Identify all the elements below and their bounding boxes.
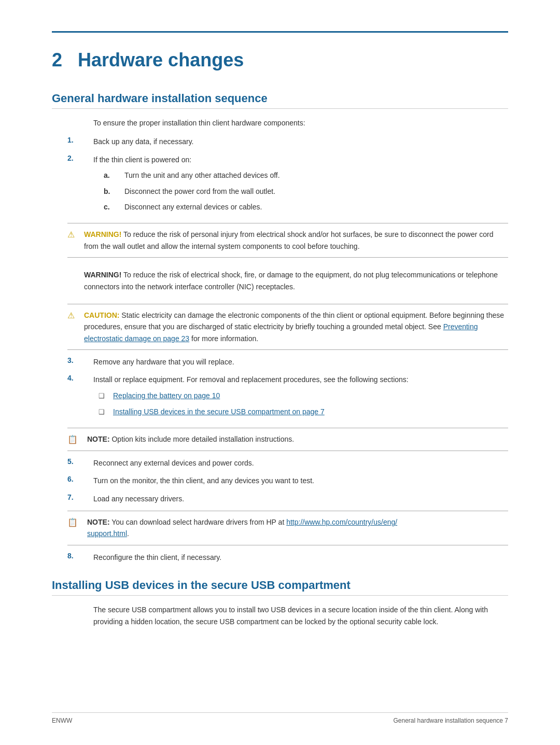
substep-b-text: Disconnect the power cord from the wall …	[124, 186, 508, 197]
step-3: 3. Remove any hardware that you will rep…	[52, 356, 508, 368]
step-list-2: 3. Remove any hardware that you will rep…	[52, 356, 508, 421]
step-2-number: 2.	[67, 154, 93, 162]
checkbox-item-2: ❑ Installing USB devices in the secure U…	[99, 406, 508, 418]
step-5: 5. Reconnect any external devices and po…	[52, 457, 508, 469]
step-4-number: 4.	[67, 374, 93, 382]
step-4: 4. Install or replace equipment. For rem…	[52, 374, 508, 421]
note-icon-1: 📋	[67, 434, 83, 444]
step-4-text: Install or replace equipment. For remova…	[93, 375, 409, 384]
step-6-number: 6.	[67, 475, 93, 483]
step-2-content: If the thin client is powered on: a. Tur…	[93, 154, 508, 217]
warning-1-content: WARNING! To reduce the risk of personal …	[84, 229, 508, 252]
note-2-content: NOTE: You can download select hardware d…	[87, 516, 508, 540]
checkbox-item-1: ❑ Replacing the battery on page 10	[99, 390, 508, 402]
step-7-number: 7.	[67, 493, 93, 501]
warning-2-content: WARNING! To reduce the risk of electrica…	[84, 269, 508, 292]
checkbox-2-link[interactable]: Installing USB devices in the secure USB…	[113, 407, 325, 416]
warning-1-label: WARNING!	[84, 230, 121, 238]
substep-list: a. Turn the unit and any other attached …	[93, 170, 508, 213]
caution-1-text-before: Static electricity can damage the electr…	[84, 311, 504, 331]
chapter-number: 2	[52, 49, 62, 71]
step-list-4: 8. Reconfigure the thin client, if neces…	[52, 552, 508, 563]
step-6: 6. Turn on the monitor, the thin client,…	[52, 475, 508, 486]
checkbox-icon-1: ❑	[99, 391, 113, 402]
warning-box-2: WARNING! To reduce the risk of electrica…	[67, 264, 508, 298]
chapter-title-text: Hardware changes	[78, 49, 244, 71]
step-7: 7. Load any necessary drivers.	[52, 493, 508, 504]
step-1-number: 1.	[67, 136, 93, 144]
substep-b: b. Disconnect the power cord from the wa…	[93, 186, 508, 197]
caution-triangle-icon: ⚠	[67, 311, 80, 320]
step-list-3: 5. Reconnect any external devices and po…	[52, 457, 508, 504]
page-footer: ENWW General hardware installation seque…	[52, 712, 508, 724]
warning-1-text: To reduce the risk of personal injury fr…	[84, 230, 494, 250]
step-1-text: Back up any data, if necessary.	[93, 136, 508, 147]
note-box-1: 📋 NOTE: Option kits include more detaile…	[67, 428, 508, 451]
step-8-number: 8.	[67, 552, 93, 560]
step-3-number: 3.	[67, 356, 93, 364]
substep-a-text: Turn the unit and any other attached dev…	[124, 170, 508, 181]
substep-a-letter: a.	[104, 170, 124, 181]
caution-1-content: CAUTION: Static electricity can damage t…	[84, 310, 508, 344]
note-icon-2: 📋	[67, 517, 83, 527]
substep-b-letter: b.	[104, 186, 124, 197]
step-5-number: 5.	[67, 457, 93, 466]
substep-c: c. Disconnect any external devices or ca…	[93, 201, 508, 213]
section-general-hardware-title: General hardware installation sequence	[52, 92, 508, 109]
note-2-text-after: .	[127, 529, 129, 538]
step-5-text: Reconnect any external devices and power…	[93, 457, 508, 469]
step-8: 8. Reconfigure the thin client, if neces…	[52, 552, 508, 563]
chapter-title: 2 Hardware changes	[52, 49, 508, 71]
checkbox-2-content: Installing USB devices in the secure USB…	[113, 406, 508, 417]
checkbox-1-content: Replacing the battery on page 10	[113, 390, 508, 401]
caution-1-label: CAUTION:	[84, 311, 119, 319]
substep-a: a. Turn the unit and any other attached …	[93, 170, 508, 181]
step-2-text: If the thin client is powered on:	[93, 156, 191, 164]
step-1: 1. Back up any data, if necessary.	[52, 136, 508, 147]
warning-2-text: To reduce the risk of electrical shock, …	[84, 271, 498, 290]
section-usb-title: Installing USB devices in the secure USB…	[52, 579, 508, 596]
step-4-content: Install or replace equipment. For remova…	[93, 374, 508, 421]
step-2: 2. If the thin client is powered on: a. …	[52, 154, 508, 217]
section-usb-body: The secure USB compartment allows you to…	[93, 604, 508, 627]
note-box-2: 📋 NOTE: You can download select hardware…	[67, 511, 508, 545]
page: 2 Hardware changes General hardware inst…	[0, 0, 560, 745]
caution-box-1: ⚠ CAUTION: Static electricity can damage…	[67, 304, 508, 350]
step-8-text: Reconfigure the thin client, if necessar…	[93, 552, 508, 563]
note-1-text: Option kits include more detailed instal…	[111, 435, 294, 443]
footer-left: ENWW	[52, 717, 72, 724]
checkbox-icon-2: ❑	[99, 407, 113, 418]
step-3-text: Remove any hardware that you will replac…	[93, 356, 508, 368]
warning-2-label: WARNING!	[84, 271, 121, 279]
note-1-label: NOTE:	[87, 435, 110, 443]
substep-c-letter: c.	[104, 201, 124, 213]
note-1-content: NOTE: Option kits include more detailed …	[87, 433, 508, 445]
warning-triangle-icon-1: ⚠	[67, 230, 80, 240]
step-list-1: 1. Back up any data, if necessary. 2. If…	[52, 136, 508, 217]
footer-right: General hardware installation sequence 7	[394, 717, 508, 724]
substep-c-text: Disconnect any external devices or cable…	[124, 201, 508, 213]
caution-1-text-after: for more information.	[189, 334, 258, 343]
top-border	[52, 31, 508, 33]
note-2-label: NOTE:	[87, 518, 110, 526]
step-7-text: Load any necessary drivers.	[93, 493, 508, 504]
step-6-text: Turn on the monitor, the thin client, an…	[93, 475, 508, 486]
warning-box-1: ⚠ WARNING! To reduce the risk of persona…	[67, 223, 508, 258]
checkbox-list: ❑ Replacing the battery on page 10 ❑ Ins…	[99, 390, 508, 418]
section-intro: To ensure the proper installation thin c…	[93, 117, 508, 129]
note-2-text-before: You can download select hardware drivers…	[111, 518, 286, 526]
checkbox-1-link[interactable]: Replacing the battery on page 10	[113, 391, 220, 400]
